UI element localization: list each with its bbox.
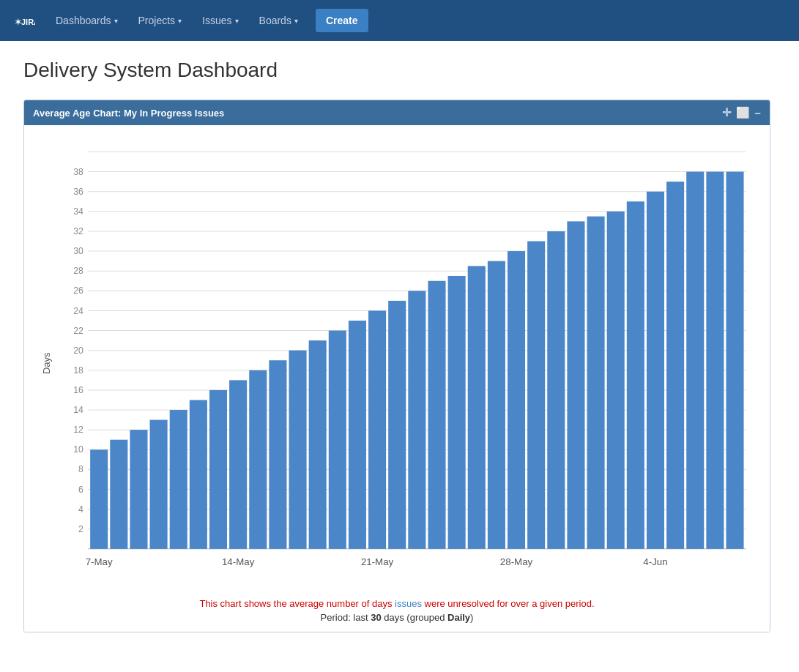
- svg-text:28: 28: [73, 266, 83, 276]
- svg-text:✶JIRA: ✶JIRA: [15, 18, 35, 26]
- main-nav: ✶JIRA Dashboards ▾ Projects ▾ Issues ▾ B…: [0, 0, 799, 41]
- widget-header: Average Age Chart: My In Progress Issues…: [24, 100, 770, 125]
- svg-rect-57: [368, 310, 386, 548]
- svg-text:34: 34: [73, 206, 83, 217]
- svg-text:36: 36: [73, 187, 83, 197]
- svg-text:22: 22: [73, 326, 83, 336]
- svg-rect-61: [448, 276, 466, 549]
- jira-logo-icon: ✶JIRA: [12, 9, 35, 32]
- page-content: Delivery System Dashboard Average Age Ch…: [0, 41, 799, 650]
- svg-rect-49: [209, 390, 227, 549]
- svg-text:10: 10: [73, 444, 83, 455]
- nav-dashboards[interactable]: Dashboards ▾: [47, 9, 127, 32]
- svg-rect-70: [627, 201, 644, 549]
- dashboards-arrow-icon: ▾: [114, 17, 118, 25]
- widget-body: Days 24681012141618202224262830323436387…: [24, 125, 770, 632]
- svg-rect-56: [349, 321, 366, 549]
- chart-inner: 24681012141618202224262830323436387-May1…: [53, 137, 758, 589]
- widget-average-age-chart: Average Age Chart: My In Progress Issues…: [23, 100, 770, 632]
- nav-projects[interactable]: Projects ▾: [130, 9, 191, 32]
- svg-rect-46: [150, 420, 168, 549]
- svg-rect-66: [547, 231, 565, 549]
- svg-text:32: 32: [73, 226, 83, 236]
- svg-rect-58: [388, 301, 406, 549]
- widget-title: Average Age Chart: My In Progress Issues: [33, 108, 224, 119]
- page-title: Delivery System Dashboard: [23, 59, 776, 82]
- svg-text:26: 26: [73, 285, 83, 296]
- boards-arrow-icon: ▾: [294, 17, 298, 25]
- svg-rect-55: [329, 331, 346, 549]
- svg-text:20: 20: [73, 346, 83, 356]
- svg-rect-64: [508, 251, 525, 549]
- issues-link[interactable]: issues: [395, 598, 422, 609]
- svg-text:30: 30: [73, 246, 83, 256]
- widget-collapse-icon[interactable]: −: [754, 107, 761, 119]
- widget-move-icon[interactable]: ✛: [722, 106, 732, 119]
- chart-svg: 24681012141618202224262830323436387-May1…: [53, 137, 758, 589]
- svg-text:6: 6: [78, 485, 83, 495]
- svg-rect-44: [110, 440, 127, 549]
- svg-rect-63: [488, 261, 505, 549]
- svg-rect-67: [567, 221, 584, 548]
- svg-rect-48: [190, 400, 207, 548]
- svg-text:16: 16: [73, 385, 83, 395]
- svg-text:4-Jun: 4-Jun: [643, 556, 667, 567]
- svg-rect-65: [527, 242, 545, 549]
- svg-rect-62: [468, 266, 486, 548]
- issues-arrow-icon: ▾: [235, 17, 239, 25]
- svg-rect-52: [269, 360, 286, 549]
- nav-issues[interactable]: Issues ▾: [193, 9, 247, 32]
- svg-text:12: 12: [73, 425, 83, 435]
- projects-arrow-icon: ▾: [178, 17, 182, 25]
- svg-text:21-May: 21-May: [361, 556, 394, 567]
- create-button[interactable]: Create: [316, 9, 368, 32]
- svg-rect-53: [289, 351, 307, 549]
- svg-text:24: 24: [73, 306, 83, 316]
- svg-rect-51: [249, 370, 267, 549]
- svg-text:38: 38: [73, 167, 83, 177]
- svg-text:8: 8: [78, 464, 83, 474]
- svg-rect-54: [309, 340, 327, 549]
- svg-rect-43: [90, 449, 108, 549]
- svg-rect-50: [229, 380, 247, 549]
- svg-rect-68: [587, 217, 605, 549]
- svg-rect-45: [130, 430, 147, 549]
- svg-rect-47: [170, 410, 187, 549]
- svg-rect-60: [428, 281, 445, 549]
- widget-controls: ✛ ⬜ −: [722, 106, 761, 119]
- svg-text:28-May: 28-May: [500, 556, 533, 567]
- chart-svg-element: 24681012141618202224262830323436387-May1…: [53, 137, 758, 586]
- svg-rect-59: [408, 291, 425, 549]
- svg-text:7-May: 7-May: [86, 556, 113, 567]
- chart-description: This chart shows the average number of d…: [36, 598, 758, 609]
- svg-rect-75: [726, 172, 743, 549]
- svg-rect-71: [647, 192, 664, 549]
- svg-text:2: 2: [78, 524, 83, 534]
- svg-rect-74: [706, 172, 724, 549]
- svg-text:18: 18: [73, 365, 83, 376]
- y-axis-label: Days: [36, 137, 53, 589]
- svg-rect-69: [607, 212, 625, 549]
- svg-text:14: 14: [73, 405, 83, 415]
- svg-text:14-May: 14-May: [222, 556, 255, 567]
- widget-expand-icon[interactable]: ⬜: [736, 106, 750, 119]
- svg-text:4: 4: [78, 504, 83, 515]
- logo[interactable]: ✶JIRA: [12, 9, 35, 32]
- chart-container: Days 24681012141618202224262830323436387…: [36, 137, 758, 589]
- svg-rect-73: [686, 172, 704, 549]
- chart-period: Period: last 30 days (grouped Daily): [36, 612, 758, 623]
- nav-boards[interactable]: Boards ▾: [250, 9, 307, 32]
- svg-rect-72: [666, 182, 684, 549]
